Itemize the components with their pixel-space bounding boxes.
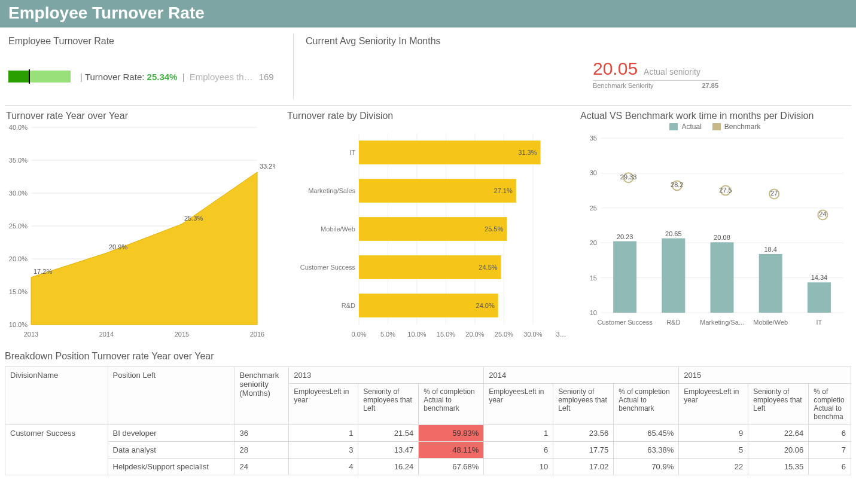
svg-text:25.3%: 25.3% [184,215,203,222]
svg-text:35: 35 [590,135,597,142]
svg-text:27.5: 27.5 [719,187,732,194]
svg-text:20.9%: 20.9% [109,243,127,251]
svg-text:25.5%: 25.5% [485,225,503,233]
svg-rect-70 [662,239,685,313]
svg-text:R&D: R&D [666,319,680,326]
svg-text:14.34: 14.34 [811,274,828,281]
svg-text:Marketing/Sales: Marketing/Sales [308,187,355,194]
svg-text:15.0%: 15.0% [9,288,28,295]
svg-rect-80 [759,254,782,313]
table-row[interactable]: Customer SuccessBI developer36121.5459.8… [5,425,851,442]
svg-text:IT: IT [817,319,823,326]
svg-text:20.23: 20.23 [617,233,633,240]
turnover-rate-value: 25.34% [147,72,178,82]
employees-left-label: Employees th… [190,72,253,82]
svg-text:25: 25 [590,204,597,212]
svg-text:2015: 2015 [175,331,189,338]
svg-text:2014: 2014 [99,331,114,338]
svg-text:10.0%: 10.0% [9,321,28,328]
svg-text:40.0%: 40.0% [9,124,28,131]
svg-text:15.0%: 15.0% [437,331,455,338]
svg-text:24.0%: 24.0% [476,302,495,309]
svg-text:20.0%: 20.0% [9,255,28,262]
kpi-turnover-title: Employee Turnover Rate [8,36,285,47]
chart-turnover-by-division[interactable]: Turnover rate by Division 0.0%5.0%10.0%1… [281,106,574,345]
chart-actual-vs-benchmark[interactable]: Actual VS Benchmark work time in months … [574,106,856,345]
svg-text:Mobile/Web: Mobile/Web [321,225,355,233]
employees-left-value: 169 [259,72,274,82]
svg-text:24.5%: 24.5% [479,264,497,271]
svg-text:0.0%: 0.0% [351,331,366,338]
svg-text:35.0%: 35.0% [9,157,28,164]
svg-text:17.2%: 17.2% [33,268,52,275]
table-row[interactable]: Helpdesk/Support specialist24416.2467.68… [5,459,851,475]
svg-text:R&D: R&D [342,302,355,309]
kpi-turnover-panel: Employee Turnover Rate | Turnover Rate: … [0,28,293,105]
svg-text:24: 24 [819,210,826,218]
kpi-seniority-panel: Current Avg Seniority In Months 20.05 Ac… [294,28,856,105]
svg-text:25.0%: 25.0% [9,222,28,230]
svg-text:10: 10 [590,309,597,316]
svg-text:Mobile/Web: Mobile/Web [753,319,788,326]
svg-text:27.1%: 27.1% [494,187,513,194]
svg-text:15: 15 [590,274,597,282]
svg-text:3…: 3… [556,331,566,338]
svg-text:30.0%: 30.0% [9,190,28,197]
svg-text:27: 27 [770,190,778,197]
actual-seniority-value: 20.05 [593,59,638,79]
svg-text:2013: 2013 [24,331,38,338]
svg-text:5.0%: 5.0% [380,331,395,338]
svg-text:25.0%: 25.0% [495,331,513,338]
svg-rect-75 [711,242,734,313]
svg-text:IT: IT [349,149,355,156]
svg-text:Marketing/Sa...: Marketing/Sa... [700,319,744,326]
svg-text:20.0%: 20.0% [465,331,484,338]
svg-text:33.2%: 33.2% [260,163,275,170]
svg-rect-38 [359,140,541,164]
svg-text:28.2: 28.2 [671,181,683,188]
benchmark-seniority-value: 27.85 [702,82,718,89]
svg-text:20.08: 20.08 [714,234,730,241]
turnover-rate-label: Turnover Rate: [85,72,145,82]
svg-text:Customer Success: Customer Success [597,319,653,326]
svg-text:31.3%: 31.3% [518,149,537,156]
turnover-bar-indicator [8,71,71,83]
svg-text:29.33: 29.33 [620,173,637,181]
actual-seniority-label: Actual seniority [644,67,700,77]
breakdown-table[interactable]: DivisionName Position Left Benchmark sen… [5,366,851,475]
svg-rect-41 [359,179,516,203]
kpi-seniority-title: Current Avg Seniority In Months [306,36,848,47]
svg-text:Customer Success: Customer Success [300,264,356,271]
svg-text:30.0%: 30.0% [523,331,542,338]
table-row[interactable]: Data analyst28313.4748.11%617.7563.38%52… [5,442,851,459]
svg-text:2016: 2016 [250,331,264,338]
svg-text:20.65: 20.65 [665,230,682,237]
svg-rect-85 [808,282,831,313]
breakdown-table-panel: Breakdown Position Turnover rate Year ov… [0,345,856,475]
svg-text:30: 30 [590,169,597,176]
svg-text:10.0%: 10.0% [407,331,426,338]
svg-text:20: 20 [590,239,597,246]
benchmark-seniority-label: Benchmark Seniority [593,82,654,89]
chart-turnover-yoy[interactable]: Turnover rate Year over Year 10.0%15.0%2… [0,106,281,345]
page-title: Employee Turnover Rate [8,4,848,23]
svg-text:18.4: 18.4 [764,246,776,253]
svg-rect-65 [613,242,636,313]
